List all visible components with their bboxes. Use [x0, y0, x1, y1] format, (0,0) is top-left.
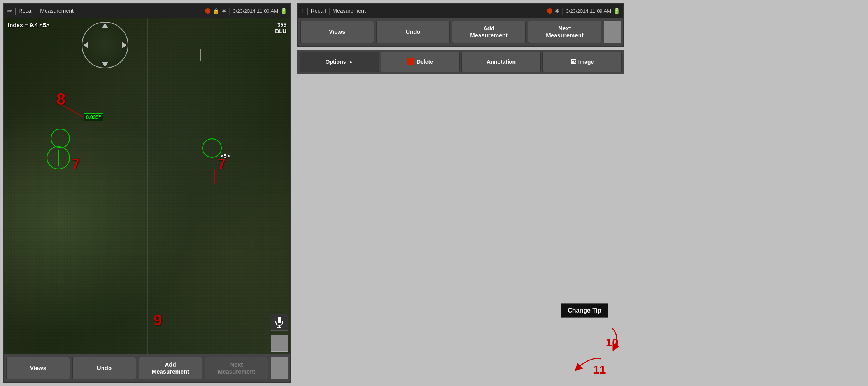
svg-rect-0: [278, 317, 281, 323]
image-button[interactable]: 🖼 Image: [542, 52, 622, 72]
undo-button[interactable]: Undo: [72, 357, 136, 379]
change-tip-popup: Change Tip: [561, 303, 608, 318]
half-divider: [147, 18, 148, 354]
crosshair-circle-left: [47, 146, 70, 169]
next-measurement-button-r[interactable]: Next Measurement: [528, 21, 601, 43]
annotation-button[interactable]: Annotation: [461, 52, 541, 72]
bluetooth-icon: ✱: [222, 8, 226, 14]
right-crosshair: [195, 49, 206, 61]
measurement-label: Measurement: [40, 8, 74, 14]
recall-label[interactable]: Recall: [19, 8, 34, 14]
magnifier-circle: [82, 22, 128, 68]
add-measurement-button[interactable]: Add Measurement: [139, 357, 202, 379]
pen-icon: ✏: [7, 7, 12, 15]
right-panel: ↑ | Recall | Measurement ✱ | 3/23/2014 1…: [297, 3, 624, 47]
right-topbar: ↑ | Recall | Measurement ✱ | 3/23/2014 1…: [298, 4, 623, 18]
num7-left: 7: [72, 156, 80, 172]
datetime-r: 3/23/2014 11:09 AM: [566, 8, 611, 14]
recall-label-r[interactable]: Recall: [311, 8, 326, 14]
delete-button[interactable]: Delete: [381, 52, 460, 72]
add-measurement-button-r[interactable]: Add Measurement: [452, 21, 526, 43]
mic-button[interactable]: [271, 314, 288, 331]
left-corner-btn[interactable]: [271, 357, 288, 379]
views-button-r[interactable]: Views: [300, 21, 374, 43]
arrow-up: [102, 23, 108, 28]
left-viewport: Index = 9.4 <5> 355BLU 8: [4, 18, 290, 354]
views-button[interactable]: Views: [6, 357, 70, 379]
status-red-dot: [205, 8, 210, 14]
small-square-btn[interactable]: [271, 335, 288, 352]
index-label: Index = 9.4 <5>: [8, 22, 49, 28]
extra-bar: Options ▲ Delete Annotation 🖼 Image: [297, 50, 624, 74]
panel-spacer: [294, 0, 297, 386]
meas-label-left: 0.035": [84, 113, 103, 121]
lock-icon: 🔒: [213, 8, 219, 14]
num9-annotation: 9: [154, 312, 162, 329]
battery-icon: 🔋: [281, 8, 287, 14]
datetime: 3/23/2014 11:00 AM: [233, 8, 278, 14]
left-panel: ✏ | Recall | Measurement 🔒 ✱ | 3/23/2014…: [3, 3, 291, 383]
red-arrow-down: [214, 169, 215, 184]
num7-right: 7: [218, 156, 226, 172]
undo-button-r[interactable]: Undo: [376, 21, 450, 43]
arrow-down: [102, 62, 108, 67]
right-corner-btn[interactable]: [604, 21, 621, 43]
num11-annotation: 11: [593, 363, 606, 376]
magnifier-crosshair: [97, 37, 113, 53]
right-toolbar: Views Undo Add Measurement Next Measurem…: [298, 18, 623, 46]
right-panel-wrapper: ↑ | Recall | Measurement ✱ | 3/23/2014 1…: [297, 0, 627, 386]
arrow-right: [122, 42, 127, 48]
meas-circle-top-left: [51, 129, 70, 148]
left-toolbar: Views Undo Add Measurement Next Measurem…: [4, 354, 290, 382]
status-red-dot-r: [547, 8, 552, 14]
battery-icon-r: 🔋: [614, 8, 620, 14]
delete-icon: [407, 58, 414, 65]
arrow-left: [83, 42, 88, 48]
bluetooth-icon-r: ✱: [555, 8, 559, 14]
num10-annotation: 10: [606, 336, 619, 349]
device-label: 355BLU: [275, 22, 286, 34]
meas-circle-right: [202, 138, 222, 158]
upload-icon: ↑: [301, 7, 304, 14]
left-topbar: ✏ | Recall | Measurement 🔒 ✱ | 3/23/2014…: [4, 4, 290, 18]
image-icon: 🖼: [570, 59, 576, 65]
chevron-up-icon: ▲: [349, 59, 353, 65]
next-measurement-button[interactable]: Next Measurement: [205, 357, 268, 379]
options-button[interactable]: Options ▲: [300, 52, 379, 72]
measurement-label-r: Measurement: [332, 8, 366, 14]
